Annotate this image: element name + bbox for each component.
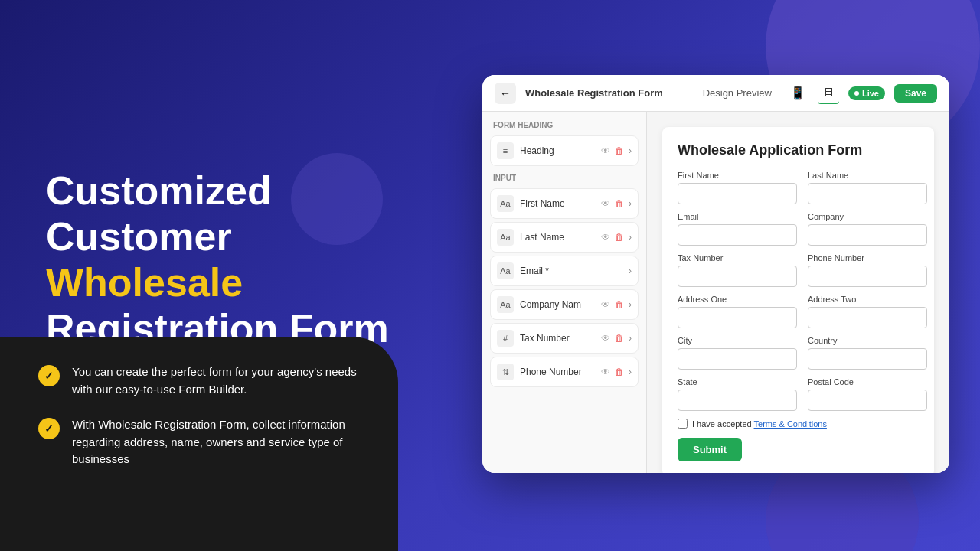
terms-checkbox[interactable] bbox=[678, 419, 688, 429]
check-icon-2 bbox=[38, 418, 60, 439]
field-item-phone[interactable]: ⇅ Phone Number 👁 🗑 › bbox=[490, 357, 639, 387]
form-builder-panel: ← Wholesale Registration Form Design Pre… bbox=[482, 75, 949, 473]
input-address2[interactable] bbox=[808, 307, 927, 328]
lastname-chevron-icon[interactable]: › bbox=[629, 232, 632, 243]
company-field-name: Company Nam bbox=[520, 299, 595, 310]
label-lastname: Last Name bbox=[808, 171, 927, 180]
submit-button[interactable]: Submit bbox=[678, 438, 742, 461]
form-group-lastname: Last Name bbox=[808, 171, 927, 204]
label-phone: Phone Number bbox=[808, 253, 927, 262]
desktop-view-tab[interactable]: 🖥 bbox=[818, 83, 839, 104]
company-icon: Aa bbox=[497, 296, 514, 313]
form-group-address2: Address Two bbox=[808, 295, 927, 328]
company-actions: 👁 🗑 › bbox=[601, 299, 632, 310]
mobile-view-tab[interactable]: 📱 bbox=[787, 83, 808, 104]
field-item-lastname[interactable]: Aa Last Name 👁 🗑 › bbox=[490, 222, 639, 253]
top-bar: ← Wholesale Registration Form Design Pre… bbox=[482, 75, 949, 112]
label-tax: Tax Number bbox=[678, 253, 797, 262]
input-phone[interactable] bbox=[808, 266, 927, 287]
phone-eye-icon[interactable]: 👁 bbox=[601, 367, 610, 377]
input-email[interactable] bbox=[678, 224, 797, 246]
label-firstname: First Name bbox=[678, 171, 797, 180]
save-button[interactable]: Save bbox=[894, 84, 937, 103]
field-item-tax[interactable]: # Tax Number 👁 🗑 › bbox=[490, 323, 639, 354]
field-item-company[interactable]: Aa Company Nam 👁 🗑 › bbox=[490, 289, 639, 320]
label-email: Email bbox=[678, 212, 797, 221]
feature-text-1: You can create the perfect form for your… bbox=[72, 364, 360, 398]
firstname-delete-icon[interactable]: 🗑 bbox=[615, 198, 624, 209]
tax-delete-icon[interactable]: 🗑 bbox=[615, 333, 624, 344]
form-group-tax: Tax Number bbox=[678, 253, 797, 287]
email-field-name: Email * bbox=[520, 266, 622, 276]
form-title: Wholesale Registration Form bbox=[525, 87, 694, 99]
tax-field-name: Tax Number bbox=[520, 333, 595, 344]
main-heading: Customized Customer Wholesale Registrati… bbox=[46, 168, 398, 351]
terms-link[interactable]: Terms & Conditions bbox=[754, 419, 827, 429]
left-panel: Customized Customer Wholesale Registrati… bbox=[0, 0, 444, 551]
form-preview: Wholesale Application Form First Name La… bbox=[662, 127, 934, 473]
email-chevron-icon[interactable]: › bbox=[629, 266, 632, 276]
design-preview-tab[interactable]: Design Preview bbox=[703, 87, 772, 99]
input-company[interactable] bbox=[808, 224, 927, 246]
heading-line2: Customer bbox=[46, 214, 232, 259]
lastname-delete-icon[interactable]: 🗑 bbox=[615, 232, 624, 243]
lastname-eye-icon[interactable]: 👁 bbox=[601, 232, 610, 243]
field-item-email[interactable]: Aa Email * › bbox=[490, 256, 639, 286]
section-input-label: Input bbox=[490, 174, 639, 182]
company-eye-icon[interactable]: 👁 bbox=[601, 299, 610, 310]
field-item-firstname[interactable]: Aa First Name 👁 🗑 › bbox=[490, 188, 639, 219]
lastname-field-name: Last Name bbox=[520, 232, 595, 243]
fields-sidebar: Form Heading ≡ Heading 👁 🗑 › Input Aa Fi… bbox=[482, 112, 647, 473]
field-item-heading[interactable]: ≡ Heading 👁 🗑 › bbox=[490, 135, 639, 166]
tax-chevron-icon[interactable]: › bbox=[629, 333, 632, 344]
form-group-city: City bbox=[678, 336, 797, 370]
heading-field-actions: 👁 🗑 › bbox=[601, 145, 632, 156]
company-delete-icon[interactable]: 🗑 bbox=[615, 299, 624, 310]
feature-item-1: You can create the perfect form for your… bbox=[38, 364, 360, 398]
heading-highlight: Wholesale bbox=[46, 260, 243, 305]
form-group-postal: Postal Code bbox=[808, 377, 927, 411]
back-button[interactable]: ← bbox=[495, 83, 516, 104]
form-grid: First Name Last Name Email Company bbox=[678, 171, 919, 411]
firstname-field-name: First Name bbox=[520, 198, 595, 209]
firstname-icon: Aa bbox=[497, 195, 514, 212]
label-address2: Address Two bbox=[808, 295, 927, 304]
form-group-firstname: First Name bbox=[678, 171, 797, 204]
input-country[interactable] bbox=[808, 348, 927, 370]
feature-item-2: With Wholesale Registration Form, collec… bbox=[38, 416, 360, 468]
form-group-phone: Phone Number bbox=[808, 253, 927, 287]
form-preview-title: Wholesale Application Form bbox=[678, 142, 919, 158]
input-tax[interactable] bbox=[678, 266, 797, 287]
input-state[interactable] bbox=[678, 390, 797, 411]
firstname-chevron-icon[interactable]: › bbox=[629, 198, 632, 209]
input-city[interactable] bbox=[678, 348, 797, 370]
main-content: Form Heading ≡ Heading 👁 🗑 › Input Aa Fi… bbox=[482, 112, 949, 473]
firstname-eye-icon[interactable]: 👁 bbox=[601, 198, 610, 209]
form-group-state: State bbox=[678, 377, 797, 411]
heading-eye-icon[interactable]: 👁 bbox=[601, 145, 610, 156]
terms-checkbox-row: I have accepted Terms & Conditions bbox=[678, 419, 919, 429]
heading-delete-icon[interactable]: 🗑 bbox=[615, 145, 624, 156]
form-group-company: Company bbox=[808, 212, 927, 246]
lastname-actions: 👁 🗑 › bbox=[601, 232, 632, 243]
back-icon: ← bbox=[500, 87, 511, 99]
input-postal[interactable] bbox=[808, 390, 927, 411]
feature-text-2: With Wholesale Registration Form, collec… bbox=[72, 416, 360, 468]
phone-chevron-icon[interactable]: › bbox=[629, 367, 632, 377]
label-state: State bbox=[678, 377, 797, 386]
features-section: You can create the perfect form for your… bbox=[0, 337, 398, 551]
tax-icon: # bbox=[497, 330, 514, 347]
heading-field-name: Heading bbox=[520, 145, 595, 156]
heading-chevron-icon[interactable]: › bbox=[629, 145, 632, 156]
label-postal: Postal Code bbox=[808, 377, 927, 386]
label-address1: Address One bbox=[678, 295, 797, 304]
input-address1[interactable] bbox=[678, 307, 797, 328]
input-lastname[interactable] bbox=[808, 183, 927, 204]
tax-actions: 👁 🗑 › bbox=[601, 333, 632, 344]
form-group-email: Email bbox=[678, 212, 797, 246]
company-chevron-icon[interactable]: › bbox=[629, 299, 632, 310]
phone-delete-icon[interactable]: 🗑 bbox=[615, 367, 624, 377]
tax-eye-icon[interactable]: 👁 bbox=[601, 333, 610, 344]
firstname-actions: 👁 🗑 › bbox=[601, 198, 632, 209]
input-firstname[interactable] bbox=[678, 183, 797, 204]
